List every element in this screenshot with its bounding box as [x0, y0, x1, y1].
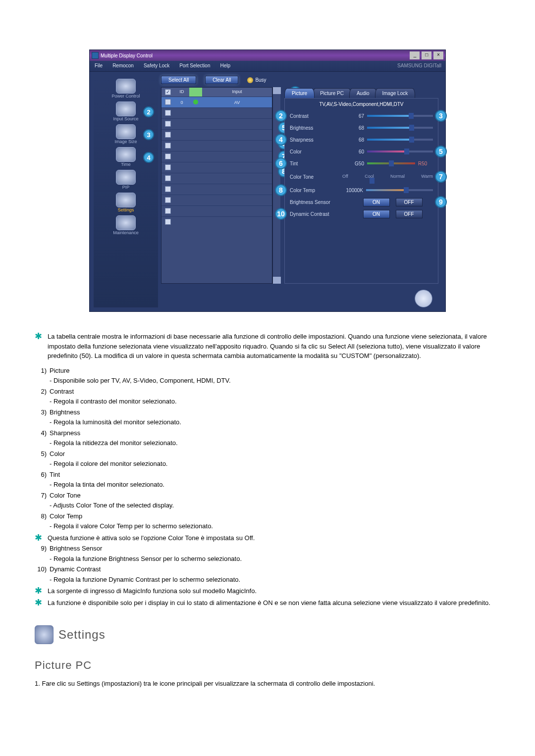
sidebar-item-pip[interactable]: PIP — [99, 170, 153, 190]
menu-help[interactable]: Help — [215, 61, 235, 71]
tab-image-lock[interactable]: Image Lock — [375, 88, 416, 98]
titlebar: Multiple Display Control _ □ × — [90, 50, 445, 61]
slider-tint[interactable] — [367, 162, 415, 164]
time-icon — [116, 147, 136, 162]
row-checkbox[interactable] — [165, 164, 171, 170]
list-sub: Regola il colore del monitor selezionato… — [50, 459, 500, 469]
row-checkbox[interactable] — [165, 175, 171, 181]
list-num: 10) — [35, 564, 50, 584]
window-controls: _ □ × — [409, 51, 443, 59]
busy-icon — [247, 77, 253, 83]
callout-5r: 5 — [435, 146, 447, 157]
sidebar-item-input-source[interactable]: Input Source 2 — [99, 101, 153, 121]
scroll-up-icon[interactable] — [273, 87, 281, 94]
list-num: 2) — [35, 387, 50, 406]
callout-7r: 7 — [435, 171, 447, 183]
dyn-contrast-on-button[interactable]: ON — [363, 210, 390, 218]
sidebar-item-power-control[interactable]: Power Control — [99, 79, 153, 99]
list-title: Brightness — [50, 407, 500, 417]
tone-opt-off: Off — [342, 174, 348, 179]
bright-sensor-on-button[interactable]: ON — [363, 198, 390, 206]
slider-brightness[interactable] — [367, 127, 433, 129]
bright-sensor-off-button[interactable]: OFF — [396, 198, 423, 206]
list-row-0[interactable]: 0 AV — [161, 97, 272, 107]
sidebar-item-settings[interactable]: Settings — [99, 193, 153, 212]
slider-thumb[interactable] — [389, 160, 394, 166]
tab-picture[interactable]: Picture — [284, 88, 315, 98]
list-row[interactable] — [161, 151, 272, 162]
row-checkbox[interactable] — [165, 110, 171, 116]
sub-section-title: Picture PC — [35, 659, 500, 672]
menu-safety-lock[interactable]: Safety Lock — [139, 61, 174, 71]
section-title: Settings — [58, 628, 106, 642]
select-all-button[interactable]: Select All — [161, 76, 196, 84]
row-checkbox[interactable] — [165, 153, 171, 159]
info-button[interactable] — [415, 290, 432, 307]
col-id: ID — [174, 88, 189, 97]
row-checkbox[interactable] — [165, 99, 171, 105]
slider-color[interactable] — [367, 151, 433, 152]
sidebar-item-maintenance[interactable]: Maintenance — [99, 215, 153, 235]
scroll-down-icon[interactable] — [273, 277, 281, 284]
row-checkbox[interactable] — [165, 186, 171, 192]
list-row[interactable] — [161, 162, 272, 173]
row-checkbox[interactable] — [165, 219, 171, 225]
row-checkbox[interactable] — [165, 121, 171, 127]
sidebar-label: Image Size — [114, 139, 137, 144]
list-sub: Regola la nitidezza del monitor selezion… — [50, 438, 500, 448]
slider-sharpness[interactable] — [367, 139, 433, 141]
callout-8l: 8 — [275, 184, 287, 196]
list-row[interactable] — [161, 129, 272, 140]
list-num: 4) — [35, 428, 50, 448]
star-note-3: La funzione è disponibile solo per i dis… — [48, 598, 490, 608]
list-title: Sharpness — [50, 428, 500, 438]
tab-picture-pc[interactable]: Picture PC — [313, 88, 351, 98]
list-row[interactable] — [161, 107, 272, 118]
list-row[interactable] — [161, 195, 272, 205]
callout-4: 4 — [275, 134, 287, 146]
list-row[interactable] — [161, 184, 272, 195]
list-title: Dynamic Contrast — [50, 564, 500, 574]
slider-color-temp[interactable] — [366, 189, 433, 191]
slider-thumb[interactable] — [409, 125, 414, 131]
list-row[interactable] — [161, 216, 272, 227]
list-row[interactable] — [161, 205, 272, 216]
menu-remocon[interactable]: Remocon — [107, 61, 139, 71]
sidebar-item-image-size[interactable]: Image Size 3 — [99, 124, 153, 144]
callout-9r: 9 — [435, 196, 447, 208]
maximize-button[interactable]: □ — [422, 51, 431, 59]
dyn-contrast-off-button[interactable]: OFF — [396, 210, 423, 218]
star-note-2: La sorgente di ingresso di MagicInfo fun… — [48, 586, 257, 596]
value-color: 60 — [342, 149, 364, 154]
close-button[interactable]: × — [433, 51, 443, 59]
slider-thumb[interactable] — [409, 137, 414, 143]
list-row[interactable] — [161, 173, 272, 184]
row-checkbox[interactable] — [165, 132, 171, 138]
label-color: Color — [290, 149, 339, 154]
menu-file[interactable]: File — [90, 61, 107, 71]
list-row[interactable] — [161, 140, 272, 151]
list-title: Color Tone — [50, 491, 500, 501]
star-icon: ✱ — [35, 332, 44, 341]
status-dot-icon — [193, 100, 198, 104]
label-contrast: Contrast — [290, 113, 339, 119]
row-checkbox[interactable] — [165, 208, 171, 214]
power-control-icon — [116, 79, 136, 94]
tab-audio[interactable]: Audio — [349, 88, 377, 98]
sidebar-item-time[interactable]: Time 4 — [99, 147, 153, 167]
label-brightness: Brightness — [290, 125, 339, 131]
clear-all-button[interactable]: Clear All — [205, 76, 238, 84]
slider-thumb[interactable] — [370, 178, 374, 184]
list-row[interactable] — [161, 118, 272, 129]
list-sub: Regola la luminosità del monitor selezio… — [50, 417, 500, 427]
slider-contrast[interactable] — [367, 115, 433, 117]
col-input: Input — [202, 88, 272, 97]
slider-thumb[interactable] — [404, 187, 409, 193]
slider-thumb[interactable] — [409, 113, 414, 119]
row-checkbox[interactable] — [165, 197, 171, 203]
menubar: File Remocon Safety Lock Port Selection … — [90, 61, 445, 72]
row-checkbox[interactable] — [165, 143, 171, 149]
minimize-button[interactable]: _ — [410, 51, 420, 59]
menu-port-selection[interactable]: Port Selection — [174, 61, 215, 71]
slider-thumb[interactable] — [404, 149, 409, 154]
